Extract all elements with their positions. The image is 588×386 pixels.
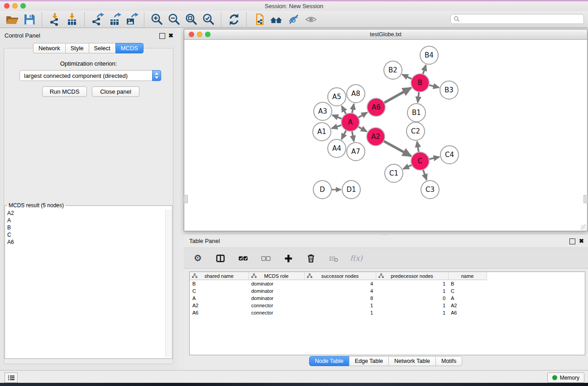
table-cell[interactable]: dominator — [249, 280, 304, 288]
graph-node-A8[interactable]: A8 — [347, 85, 365, 103]
table-cell[interactable]: A2 — [448, 302, 487, 309]
mcds-result-item[interactable]: C — [5, 231, 166, 238]
table-row[interactable]: Adominator80A — [190, 295, 585, 302]
mcds-result-item[interactable]: A6 — [5, 238, 166, 246]
tab-style[interactable]: Style — [65, 43, 89, 53]
table-cell[interactable]: 1 — [304, 309, 376, 316]
graph-node-C3[interactable]: C3 — [421, 181, 439, 199]
zoom-in-button[interactable] — [148, 12, 166, 27]
tab-node-table[interactable]: Node Table — [309, 356, 349, 366]
column-header[interactable]: MCDS role — [249, 272, 304, 280]
graph-node-A1[interactable]: A1 — [313, 123, 331, 141]
save-session-button[interactable] — [21, 12, 38, 27]
select-all-check-button[interactable] — [237, 253, 249, 264]
mcds-result-item[interactable]: A — [5, 217, 166, 224]
run-mcds-button[interactable]: Run MCDS — [42, 86, 87, 97]
graph-node-B[interactable]: B — [411, 74, 429, 92]
search-field[interactable] — [450, 14, 584, 24]
search-input[interactable] — [460, 15, 581, 23]
deselect-all-button[interactable] — [260, 253, 272, 264]
zoom-out-button[interactable] — [166, 12, 183, 27]
column-header[interactable]: shared name — [190, 272, 249, 280]
table-cell[interactable]: 1 — [376, 302, 448, 309]
column-view-button[interactable] — [215, 253, 226, 264]
refresh-button[interactable] — [225, 12, 243, 27]
graph-node-B1[interactable]: B1 — [407, 104, 425, 122]
graph-node-A7[interactable]: A7 — [347, 143, 365, 161]
home-layout-button[interactable] — [268, 12, 285, 27]
tab-edge-table[interactable]: Edge Table — [349, 356, 389, 366]
table-cell[interactable]: dominator — [249, 295, 304, 302]
show-panels-button[interactable] — [5, 372, 18, 383]
add-column-button[interactable] — [282, 253, 294, 264]
table-cell[interactable]: 1 — [376, 309, 448, 316]
table-cell[interactable]: B — [190, 280, 249, 288]
float-table-panel-icon[interactable] — [569, 238, 575, 244]
import-table-button[interactable] — [63, 12, 81, 27]
table-cell[interactable]: A6 — [448, 309, 487, 316]
table-cell[interactable]: A — [448, 295, 487, 302]
table-cell[interactable]: 4 — [304, 280, 376, 288]
export-network-button[interactable] — [89, 12, 106, 27]
zoom-selected-button[interactable] — [200, 12, 217, 27]
left-panel-grip[interactable] — [184, 195, 188, 203]
export-image-button[interactable] — [123, 12, 140, 27]
graph-node-B2[interactable]: B2 — [384, 61, 402, 79]
table-cell[interactable]: 1 — [376, 280, 448, 288]
table-cell[interactable]: C — [190, 287, 249, 295]
window-resize-grip[interactable] — [581, 224, 587, 230]
graph-node-A3[interactable]: A3 — [314, 102, 332, 120]
table-row[interactable]: A6connector11A6 — [190, 309, 585, 316]
table-row[interactable]: Bdominator41B — [190, 280, 585, 288]
right-panel-grip[interactable] — [583, 195, 588, 203]
tab-motifs[interactable]: Motifs — [435, 356, 462, 366]
table-settings-button[interactable]: ⚙ — [192, 253, 204, 264]
graph-node-D[interactable]: D — [313, 181, 331, 199]
copy-network-button[interactable] — [251, 12, 268, 27]
table-cell[interactable]: A2 — [190, 302, 249, 309]
tab-network-table[interactable]: Network Table — [388, 356, 436, 366]
table-cell[interactable]: 4 — [304, 287, 376, 295]
column-header[interactable]: predecessor nodes — [376, 272, 448, 280]
graph-node-D1[interactable]: D1 — [342, 181, 360, 199]
delete-row-button[interactable] — [305, 253, 317, 264]
float-panel-icon[interactable] — [159, 33, 165, 39]
dropdown-stepper-icon[interactable] — [152, 70, 161, 81]
table-cell[interactable]: 8 — [304, 295, 376, 302]
table-row[interactable]: Cdominator41C — [190, 287, 585, 295]
close-table-panel-icon[interactable]: ✖ — [579, 238, 584, 243]
graph-node-A5[interactable]: A5 — [328, 88, 346, 106]
graph-node-B4[interactable]: B4 — [420, 46, 438, 64]
close-panel-icon[interactable]: ✖ — [168, 33, 173, 38]
open-network-button[interactable] — [4, 12, 21, 27]
zoom-fit-button[interactable] — [183, 12, 200, 27]
graph-node-B3[interactable]: B3 — [440, 81, 458, 99]
column-header[interactable]: name — [448, 272, 487, 280]
graph-node-C1[interactable]: C1 — [385, 164, 403, 182]
table-cell[interactable]: B — [448, 280, 487, 288]
table-cell[interactable]: C — [448, 287, 487, 295]
table-cell[interactable]: A — [190, 295, 249, 302]
export-table-button[interactable] — [106, 12, 123, 27]
graph-node-C[interactable]: C — [411, 152, 429, 170]
column-header[interactable]: successor nodes — [304, 272, 376, 280]
table-cell[interactable]: A6 — [190, 309, 249, 316]
table-cell[interactable]: connector — [249, 302, 304, 309]
mcds-result-item[interactable]: B — [5, 224, 166, 231]
graph-node-A[interactable]: A — [341, 113, 359, 131]
network-canvas[interactable]: A A1 A2 A3 A4 A5 A6 A7 A8 B B1 B2 B3 B4 … — [184, 40, 587, 231]
table-row[interactable]: A2connector11A2 — [190, 302, 585, 309]
graph-node-A4[interactable]: A4 — [328, 139, 346, 157]
table-cell[interactable]: 0 — [376, 295, 448, 302]
memory-button[interactable]: Memory — [547, 372, 584, 383]
import-network-button[interactable] — [46, 12, 63, 27]
graph-node-C4[interactable]: C4 — [440, 146, 459, 164]
table-cell[interactable]: 1 — [376, 287, 448, 295]
tab-mcds[interactable]: MCDS — [115, 43, 143, 53]
network-window-titlebar[interactable]: testGlobe.txt — [184, 29, 587, 40]
table-cell[interactable]: dominator — [249, 287, 304, 295]
criterion-dropdown[interactable]: largest connected component (directed) — [19, 70, 161, 81]
table-cell[interactable]: connector — [249, 309, 304, 316]
tab-select[interactable]: Select — [89, 43, 116, 53]
close-panel-button[interactable]: Close panel — [92, 86, 139, 97]
